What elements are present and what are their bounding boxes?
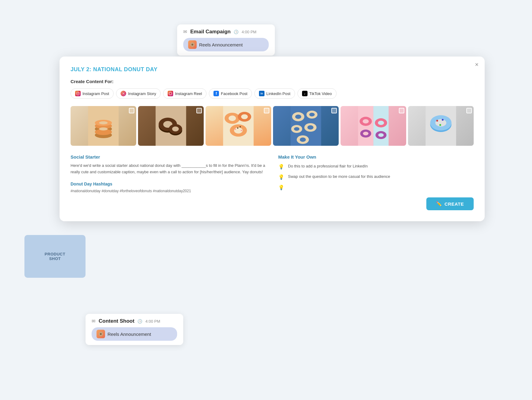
svg-point-32 bbox=[241, 114, 248, 119]
svg-point-20 bbox=[99, 127, 108, 130]
image-item-4[interactable] bbox=[273, 106, 339, 146]
svg-point-35 bbox=[237, 127, 239, 129]
svg-point-5 bbox=[77, 93, 79, 94]
tip-item-1: 💡 Do this to add a professional flair fo… bbox=[278, 164, 474, 171]
facebook-post-label: Facebook Post bbox=[221, 91, 247, 96]
instagram-post-label: Instagram Post bbox=[82, 91, 109, 96]
svg-rect-11 bbox=[169, 92, 172, 95]
close-button[interactable]: × bbox=[475, 61, 479, 68]
linkedin-icon: in bbox=[259, 91, 264, 96]
facebook-icon: f bbox=[213, 91, 219, 96]
create-content-label: Create Content For: bbox=[71, 79, 474, 84]
main-modal: × JULY 2: NATIONAL DONUT DAY Create Cont… bbox=[60, 57, 485, 221]
tiktok-video-button[interactable]: ♪ TikTok Video bbox=[297, 88, 337, 99]
instagram-post-button[interactable]: Instagram Post bbox=[71, 88, 114, 99]
bottom-reels-label: Reels Announcement bbox=[107, 332, 151, 337]
clock-icon-top: 🕓 bbox=[234, 30, 239, 34]
svg-point-65 bbox=[442, 119, 444, 121]
hashtags-text: #nationaldonutday #donutday #fortheloveo… bbox=[71, 189, 266, 193]
create-button-row: ✏️ CREATE bbox=[278, 197, 474, 210]
image-checkbox-4[interactable] bbox=[331, 108, 337, 113]
top-calendar-card: ✉ Email Campaign 🕓 4:00 PM Reels Announc… bbox=[177, 24, 275, 56]
modal-title: JULY 2: NATIONAL DONUT DAY bbox=[71, 66, 474, 73]
image-checkbox-1[interactable] bbox=[129, 108, 134, 113]
svg-point-49 bbox=[300, 138, 306, 142]
image-checkbox-5[interactable] bbox=[399, 108, 404, 113]
tip-item-2: 💡 Swap out the question to be more casua… bbox=[278, 174, 474, 181]
make-it-own-title: Make It Your Own bbox=[278, 154, 474, 160]
image-item-2[interactable] bbox=[138, 106, 204, 146]
bulb-icon-2: 💡 bbox=[278, 174, 285, 181]
instagram-icon bbox=[75, 91, 81, 96]
clock-icon-bottom: 🕓 bbox=[137, 319, 142, 324]
platform-buttons-container: Instagram Post Instagram Story Instagram… bbox=[71, 88, 474, 99]
svg-point-6 bbox=[78, 93, 79, 93]
instagram-reel-icon bbox=[168, 91, 173, 96]
svg-point-59 bbox=[378, 133, 384, 137]
content-time: 4:00 PM bbox=[145, 319, 160, 324]
svg-point-66 bbox=[439, 124, 441, 126]
image-item-3[interactable] bbox=[206, 106, 271, 146]
svg-point-55 bbox=[363, 132, 369, 135]
image-item-5[interactable] bbox=[341, 106, 406, 146]
bulb-icon-1: 💡 bbox=[278, 164, 285, 171]
svg-point-37 bbox=[235, 129, 236, 130]
svg-point-17 bbox=[99, 121, 108, 124]
mail-icon: ✉ bbox=[183, 29, 187, 35]
tip-text-2: Swap out the question to be more casual … bbox=[288, 174, 390, 179]
svg-point-45 bbox=[294, 127, 300, 131]
instagram-story-button[interactable]: Instagram Story bbox=[116, 88, 161, 99]
image-grid bbox=[71, 106, 474, 146]
content-shoot-row: ✉ Content Shoot 🕓 4:00 PM bbox=[92, 318, 177, 324]
bulb-icon-3: 💡 bbox=[278, 185, 285, 191]
reels-thumb-bottom bbox=[97, 330, 105, 338]
top-reels-label: Reels Announcement bbox=[199, 42, 243, 47]
email-campaign-row: ✉ Email Campaign 🕓 4:00 PM bbox=[183, 29, 269, 35]
facebook-post-button[interactable]: f Facebook Post bbox=[209, 88, 252, 99]
tiktok-video-label: TikTok Video bbox=[309, 91, 332, 96]
bottom-reels-pill[interactable]: Reels Announcement bbox=[92, 327, 177, 341]
email-time: 4:00 PM bbox=[242, 30, 256, 34]
image-checkbox-6[interactable] bbox=[466, 108, 472, 113]
content-shoot-title: Content Shoot bbox=[99, 318, 134, 324]
create-button[interactable]: ✏️ CREATE bbox=[426, 197, 474, 210]
tiktok-icon: ♪ bbox=[302, 91, 308, 96]
email-campaign-title: Email Campaign bbox=[190, 29, 231, 35]
svg-point-1 bbox=[191, 44, 193, 46]
reels-thumb-top bbox=[188, 40, 197, 49]
image-checkbox-3[interactable] bbox=[264, 108, 269, 113]
image-checkbox-2[interactable] bbox=[196, 108, 202, 113]
svg-point-30 bbox=[229, 116, 236, 121]
image-item-6[interactable] bbox=[408, 106, 474, 146]
svg-rect-4 bbox=[76, 92, 79, 95]
instagram-reel-label: Instagram Reel bbox=[175, 91, 202, 96]
linkedin-post-button[interactable]: in LinkedIn Post bbox=[254, 88, 295, 99]
social-starter-title: Social Starter bbox=[71, 154, 266, 160]
svg-point-38 bbox=[241, 130, 242, 131]
svg-rect-12 bbox=[169, 93, 171, 94]
bottom-section: Social Starter Here'd we'd write a socia… bbox=[71, 154, 474, 210]
svg-point-27 bbox=[172, 127, 179, 131]
instagram-story-icon bbox=[121, 91, 126, 96]
tip-item-3: 💡 bbox=[278, 185, 474, 191]
mail-icon-bottom: ✉ bbox=[92, 318, 96, 324]
social-starter-text: Here'd we'd write a social starter about… bbox=[71, 163, 266, 175]
svg-point-64 bbox=[436, 120, 438, 122]
create-icon: ✏️ bbox=[436, 201, 442, 207]
product-shot-label: PRODUCTSHOT bbox=[45, 252, 65, 261]
svg-point-53 bbox=[363, 119, 369, 123]
left-section: Social Starter Here'd we'd write a socia… bbox=[71, 154, 266, 210]
top-reels-pill[interactable]: Reels Announcement bbox=[183, 38, 269, 51]
bottom-calendar-card: ✉ Content Shoot 🕓 4:00 PM Reels Announce… bbox=[86, 314, 183, 345]
right-section: Make It Your Own 💡 Do this to add a prof… bbox=[278, 154, 474, 210]
svg-point-3 bbox=[100, 333, 102, 335]
instagram-story-label: Instagram Story bbox=[128, 91, 156, 96]
svg-point-41 bbox=[295, 115, 301, 119]
instagram-reel-button[interactable]: Instagram Reel bbox=[163, 88, 206, 99]
svg-point-57 bbox=[378, 121, 384, 125]
image-item-1[interactable] bbox=[71, 106, 136, 146]
tip-text-1: Do this to add a professional flair for … bbox=[288, 164, 368, 168]
hashtags-title: Donut Day Hashtags bbox=[71, 182, 266, 186]
svg-point-43 bbox=[309, 113, 315, 116]
create-button-label: CREATE bbox=[444, 201, 464, 207]
